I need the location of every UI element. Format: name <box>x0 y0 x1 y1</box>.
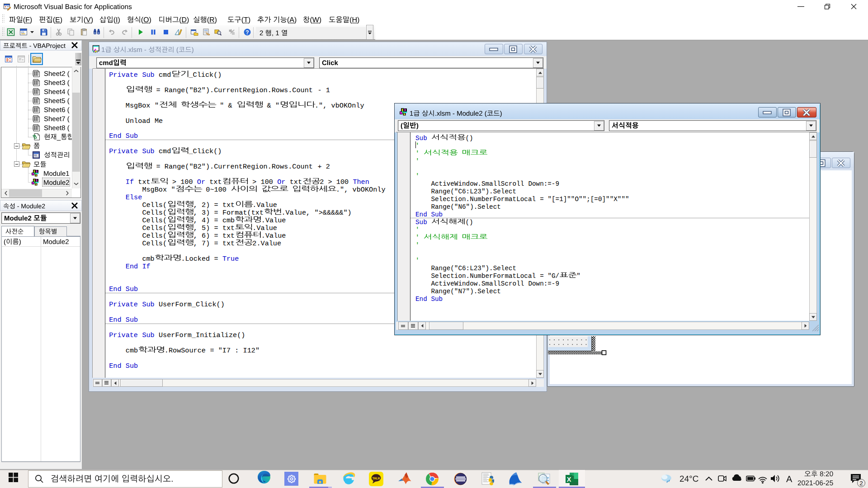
svg-text:2: 2 <box>859 480 863 487</box>
svg-text:MsgBox: MsgBox <box>126 102 151 110</box>
svg-text:=: = <box>214 209 218 217</box>
svg-text:=: = <box>540 196 544 203</box>
svg-text:I12": I12" <box>243 347 259 355</box>
svg-text:Cells(: Cells( <box>142 239 167 248</box>
svg-text:(): () <box>465 135 473 142</box>
svg-text:Or: Or <box>277 178 285 186</box>
svg-text:End: End <box>415 296 427 303</box>
svg-text:2.Value: 2.Value <box>252 239 281 248</box>
svg-text:txt: txt <box>138 178 150 186</box>
svg-text:Selection.NumberFormatLocal: Selection.NumberFormatLocal <box>431 272 536 280</box>
svg-text:Cells(: Cells( <box>142 209 167 217</box>
svg-text:TALK: TALK <box>372 476 381 480</box>
svg-text:txt: txt <box>209 178 222 186</box>
svg-text:Private: Private <box>109 331 138 339</box>
svg-text:2: 2 <box>326 163 330 171</box>
svg-text:_Click(): _Click() <box>189 147 222 155</box>
svg-text:Private: Private <box>109 300 138 309</box>
svg-text:UserForm_Initialize(): UserForm_Initialize() <box>159 331 245 339</box>
svg-text:End: End <box>109 316 121 324</box>
svg-text:.",: .", <box>315 102 327 110</box>
svg-text:0~100: 0~100 <box>206 186 226 194</box>
svg-text:txt: txt <box>222 224 235 232</box>
svg-text:=: = <box>214 239 218 248</box>
svg-text:+: + <box>317 163 321 171</box>
svg-text:>: > <box>172 178 176 186</box>
svg-text:": " <box>171 186 175 194</box>
svg-text:Sub: Sub <box>142 300 154 309</box>
svg-text:2: 2 <box>320 178 324 186</box>
svg-text:.",: .", <box>336 186 348 194</box>
svg-text:&: & <box>267 102 271 110</box>
svg-text:': ' <box>415 142 420 150</box>
svg-text:Cells(: Cells( <box>142 224 167 232</box>
svg-text:Range("B2").CurrentRegion.Rows: Range("B2").CurrentRegion.Rows.Count <box>165 86 313 94</box>
svg-text:End: End <box>109 362 121 370</box>
svg-text:,: , <box>193 201 198 209</box>
svg-text:cmb: cmb <box>142 255 154 263</box>
svg-text:7): 7) <box>202 239 210 248</box>
svg-text:": " <box>576 272 580 280</box>
svg-text:Cells(: Cells( <box>142 216 167 225</box>
svg-text:MsgBox: MsgBox <box>142 186 167 194</box>
svg-text:Sub: Sub <box>126 285 138 293</box>
svg-text:1: 1 <box>326 86 330 94</box>
svg-text:Range("N6").Select: Range("N6").Select <box>431 203 500 211</box>
svg-text:cmd: cmd <box>159 71 171 79</box>
svg-text:Sub: Sub <box>142 147 154 155</box>
svg-text:Else: Else <box>126 193 142 202</box>
svg-text:=: = <box>156 86 160 94</box>
svg-text:.Value: .Value <box>252 201 277 209</box>
svg-text:Unload: Unload <box>126 117 151 125</box>
svg-text:=: = <box>214 216 218 225</box>
svg-text:,: , <box>193 216 198 225</box>
svg-text:': ' <box>415 226 420 234</box>
svg-text:5): 5) <box>202 224 210 232</box>
svg-text:.Value: .Value <box>252 224 277 232</box>
svg-text:Down:=-9: Down:=-9 <box>528 180 559 188</box>
svg-text:ActiveWindow.SmallScroll: ActiveWindow.SmallScroll <box>431 280 524 287</box>
svg-text:Cells(: Cells( <box>142 232 167 240</box>
svg-text:>: > <box>252 178 256 186</box>
svg-text:Range("C6:L23").Select: Range("C6:L23").Select <box>431 265 516 272</box>
svg-text:': ' <box>415 242 420 249</box>
svg-text:3): 3) <box>202 209 210 217</box>
svg-text:100: 100 <box>261 178 273 186</box>
svg-text:': ' <box>415 234 420 241</box>
svg-text:Me: Me <box>155 117 163 125</box>
svg-text:End: End <box>126 263 138 271</box>
svg-text:>: > <box>328 178 332 186</box>
svg-text:=: = <box>214 232 218 240</box>
svg-text:Range("N7").Select: Range("N7").Select <box>431 288 500 295</box>
svg-text:"G/: "G/ <box>547 272 559 280</box>
svg-text:": " <box>155 102 159 110</box>
svg-text:4): 4) <box>202 216 210 225</box>
svg-text:If: If <box>126 178 134 186</box>
svg-text:Sub: Sub <box>142 331 154 339</box>
svg-text:Sub: Sub <box>126 362 138 370</box>
svg-text:Format(txt: Format(txt <box>222 209 264 217</box>
svg-text:Selection.NumberFormatLocal: Selection.NumberFormatLocal <box>431 196 536 203</box>
svg-text:": " <box>220 102 224 110</box>
svg-text:True: True <box>222 255 239 263</box>
svg-text:txt: txt <box>222 201 235 209</box>
svg-text:": " <box>275 102 279 110</box>
svg-text:Sub: Sub <box>126 316 138 324</box>
svg-text:cmd: cmd <box>159 147 171 155</box>
svg-text:Sub: Sub <box>431 211 443 218</box>
svg-text:.RowSource: .RowSource <box>165 347 206 355</box>
svg-text:If: If <box>142 263 150 271</box>
svg-text:End: End <box>415 211 427 218</box>
svg-text:=: = <box>214 224 218 232</box>
svg-text:vbOKOnly: vbOKOnly <box>353 186 386 194</box>
svg-text:Sub: Sub <box>415 219 427 226</box>
svg-text:(): () <box>465 219 473 226</box>
svg-text::: : <box>235 347 239 355</box>
svg-text:,: , <box>193 224 198 232</box>
svg-text:': ' <box>415 257 420 264</box>
svg-text:,: , <box>193 239 198 248</box>
svg-text:End: End <box>109 285 121 293</box>
svg-text:"[=1]""O"";[=0]""X""": "[=1]""O"";[=0]""X""" <box>547 196 629 203</box>
svg-text:&: & <box>228 102 232 110</box>
svg-text:,: , <box>193 209 198 217</box>
